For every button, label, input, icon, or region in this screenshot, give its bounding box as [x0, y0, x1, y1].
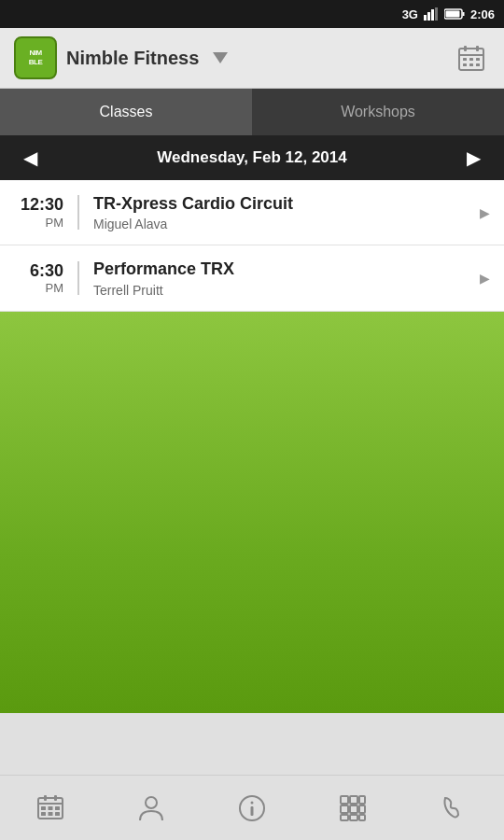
- svg-rect-25: [44, 795, 47, 801]
- item-arrow-1: ▶: [480, 205, 490, 220]
- svg-rect-26: [54, 795, 57, 801]
- svg-rect-33: [359, 796, 365, 804]
- tab-bar: Classes Workshops: [0, 89, 504, 135]
- schedule-item-1[interactable]: 12:30 PM TR-Xpress Cardio Circuit Miguel…: [0, 180, 504, 245]
- item-title-2: Performance TRX: [93, 259, 470, 280]
- svg-rect-3: [435, 7, 438, 21]
- time-period-2: PM: [14, 281, 63, 295]
- time-period-1: PM: [14, 216, 63, 230]
- header-left: NIMBLE Nimble Fitness: [14, 36, 228, 79]
- svg-rect-2: [431, 9, 434, 21]
- nav-phone[interactable]: [403, 776, 504, 840]
- grid-nav-icon: [339, 794, 367, 822]
- phone-nav-icon: [440, 794, 468, 822]
- battery-icon: [444, 8, 465, 20]
- schedule-nav-icon: [36, 794, 64, 822]
- prev-date-button[interactable]: ◀: [14, 142, 47, 174]
- background-area: [0, 312, 504, 713]
- svg-point-27: [146, 797, 157, 808]
- svg-rect-23: [49, 812, 53, 816]
- svg-point-29: [251, 801, 254, 804]
- item-instructor-2: Terrell Pruitt: [93, 283, 470, 298]
- schedule-list: 12:30 PM TR-Xpress Cardio Circuit Miguel…: [0, 180, 504, 312]
- svg-rect-14: [463, 63, 467, 66]
- item-instructor-1: Miguel Alava: [93, 217, 470, 231]
- svg-rect-11: [463, 58, 467, 61]
- app-logo: NIMBLE: [14, 36, 57, 79]
- schedule-item-2[interactable]: 6:30 PM Performance TRX Terrell Pruitt ▶: [0, 245, 504, 311]
- signal-bars-icon: [424, 7, 439, 21]
- svg-rect-21: [55, 806, 60, 810]
- svg-rect-35: [350, 805, 357, 813]
- svg-rect-32: [350, 796, 357, 804]
- item-title-1: TR-Xpress Cardio Circuit: [93, 193, 470, 215]
- person-nav-icon: [137, 794, 165, 822]
- svg-rect-22: [41, 812, 46, 816]
- date-navigation: ◀ Wednesday, Feb 12, 2014 ▶: [0, 135, 504, 180]
- signal-indicator: 3G: [402, 7, 418, 21]
- svg-rect-13: [476, 58, 480, 61]
- svg-rect-34: [341, 805, 348, 813]
- time-block-2: 6:30 PM: [14, 261, 79, 296]
- svg-rect-15: [469, 63, 473, 66]
- svg-rect-16: [476, 63, 480, 66]
- svg-rect-39: [359, 815, 365, 820]
- nav-profile[interactable]: [101, 776, 202, 840]
- svg-rect-30: [251, 806, 254, 816]
- tab-workshops[interactable]: Workshops: [252, 89, 504, 135]
- item-details-2: Performance TRX Terrell Pruitt: [79, 259, 470, 297]
- time-display: 2:06: [470, 7, 495, 21]
- time-main-1: 12:30: [14, 195, 63, 216]
- svg-rect-12: [469, 58, 473, 61]
- nav-schedule[interactable]: [0, 776, 101, 840]
- dropdown-arrow-icon: [213, 52, 228, 63]
- svg-rect-8: [464, 46, 467, 51]
- next-date-button[interactable]: ▶: [457, 142, 490, 174]
- calendar-icon: [457, 44, 485, 72]
- bottom-navigation: [0, 775, 504, 840]
- tab-classes[interactable]: Classes: [0, 89, 252, 135]
- svg-rect-37: [341, 815, 348, 820]
- svg-rect-20: [49, 806, 53, 810]
- svg-rect-36: [359, 805, 365, 813]
- status-bar: 3G 2:06: [0, 0, 504, 28]
- svg-rect-19: [41, 806, 46, 810]
- svg-rect-1: [427, 12, 430, 21]
- item-arrow-2: ▶: [480, 271, 490, 286]
- svg-rect-6: [445, 11, 459, 18]
- svg-rect-0: [424, 15, 427, 21]
- svg-rect-5: [462, 12, 464, 16]
- nav-grid[interactable]: [302, 776, 403, 840]
- app-header: NIMBLE Nimble Fitness: [0, 28, 504, 89]
- calendar-button[interactable]: [453, 39, 490, 77]
- svg-rect-38: [350, 815, 357, 820]
- item-details-1: TR-Xpress Cardio Circuit Miguel Alava: [79, 193, 470, 231]
- time-block-1: 12:30 PM: [14, 195, 79, 230]
- svg-rect-24: [55, 812, 60, 816]
- time-main-2: 6:30: [14, 261, 63, 282]
- nav-info[interactable]: [202, 776, 302, 840]
- info-nav-icon: [238, 794, 266, 822]
- svg-rect-9: [476, 46, 479, 51]
- current-date-label: Wednesday, Feb 12, 2014: [157, 148, 346, 167]
- app-title: Nimble Fitness: [66, 48, 199, 69]
- svg-rect-31: [341, 796, 348, 804]
